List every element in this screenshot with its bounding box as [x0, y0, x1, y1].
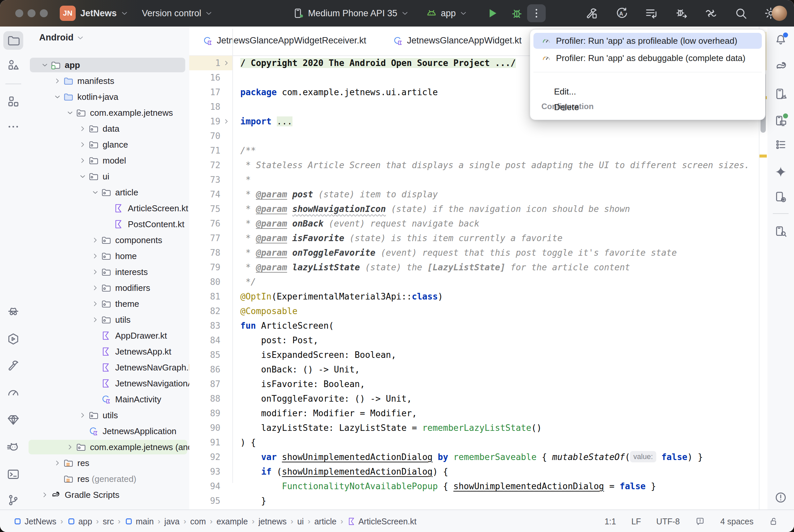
indent-setting[interactable]: 4 spaces — [720, 517, 754, 526]
chevron-right-icon[interactable] — [39, 490, 51, 500]
sync-a-icon[interactable]: A — [615, 7, 628, 20]
chevron-down-icon[interactable] — [52, 92, 63, 102]
chevron-down-icon[interactable] — [64, 108, 76, 118]
chevron-right-icon[interactable] — [77, 140, 88, 150]
run-configs-icon[interactable] — [645, 7, 658, 20]
tree-item-glance[interactable]: glance — [26, 137, 189, 153]
more-run-actions-button[interactable] — [527, 4, 546, 22]
device-selector[interactable]: Medium Phone API 35 — [293, 7, 409, 19]
tree-item-manifests[interactable]: manifests — [26, 73, 189, 89]
more-tool-windows-icon[interactable] — [3, 117, 23, 136]
popup-action-delete[interactable]: Delete — [554, 99, 753, 115]
popup-item-profiler-profileable[interactable]: Profiler: Run 'app' as profileable (low … — [533, 33, 762, 49]
breadcrumb-article[interactable]: article — [314, 517, 337, 526]
version-control-icon[interactable] — [3, 491, 23, 510]
task-list-icon[interactable] — [771, 135, 791, 154]
breadcrumb-ui[interactable]: ui — [297, 517, 303, 526]
chevron-right-icon[interactable] — [90, 299, 101, 309]
tree-item-app[interactable]: app — [26, 57, 189, 73]
breadcrumb-app[interactable]: app — [67, 517, 92, 526]
notifications-icon[interactable] — [771, 31, 791, 49]
tree-item-utils[interactable]: utils — [26, 407, 189, 423]
search-everywhere-icon[interactable] — [734, 7, 747, 20]
tree-item-kotlin-java[interactable]: kotlin+java — [26, 89, 189, 105]
tree-item-ui[interactable]: ui — [26, 169, 189, 185]
chevron-right-icon[interactable] — [64, 442, 76, 452]
services-icon[interactable] — [3, 330, 23, 348]
tree-item-model[interactable]: model — [26, 153, 189, 169]
user-avatar[interactable] — [772, 6, 787, 21]
close-window-icon[interactable] — [15, 9, 23, 17]
tree-item-data[interactable]: data — [26, 121, 189, 137]
notification-bubble-icon[interactable] — [695, 516, 705, 526]
debug-button[interactable] — [510, 6, 524, 20]
structure-icon[interactable] — [3, 92, 23, 111]
editor-tab-jetnewsglanceappwidget.kt[interactable]: JetnewsGlanceAppWidget.kt — [393, 26, 521, 55]
window-controls[interactable] — [15, 9, 52, 17]
chevron-right-icon[interactable] — [90, 251, 101, 261]
breadcrumb-example[interactable]: example — [217, 517, 248, 526]
breadcrumb-java[interactable]: java — [164, 517, 180, 526]
fold-chevron-icon[interactable] — [220, 114, 232, 129]
vcs-widget[interactable]: Version control — [142, 8, 214, 19]
popup-action-edit[interactable]: Edit... — [554, 84, 753, 99]
breadcrumb-main[interactable]: main — [125, 517, 154, 526]
chevron-right-icon[interactable] — [90, 267, 101, 277]
tree-item-res[interactable]: res (generated) — [26, 471, 189, 487]
app-links-assistant-icon[interactable] — [771, 188, 791, 206]
device-manager-icon[interactable] — [771, 84, 791, 103]
chevron-down-icon[interactable] — [77, 171, 88, 182]
tree-item-home[interactable]: home — [26, 248, 189, 264]
breadcrumb-articlescreen.kt[interactable]: ArticleScreen.kt — [347, 517, 417, 526]
tree-item-theme[interactable]: theme — [26, 296, 189, 312]
tree-item-article[interactable]: article — [26, 185, 189, 200]
breadcrumb-jetnews[interactable]: jetnews — [259, 517, 287, 526]
chevron-right-icon[interactable] — [52, 458, 63, 468]
problems-icon[interactable] — [771, 488, 791, 507]
tree-item-mainactivity[interactable]: MainActivity — [26, 392, 189, 407]
run-button[interactable] — [485, 6, 499, 20]
minimize-window-icon[interactable] — [27, 9, 36, 17]
tree-item-components[interactable]: components — [26, 232, 189, 248]
tree-item-modifiers[interactable]: modifiers — [26, 280, 189, 296]
terminal-icon[interactable] — [3, 465, 23, 483]
chevron-right-icon[interactable] — [90, 235, 101, 245]
tree-item-jetnewsnavigationactions-kt[interactable]: JetnewsNavigationActions.kt — [26, 376, 189, 392]
tree-item-res[interactable]: res — [26, 455, 189, 471]
build-hammer-icon[interactable] — [585, 7, 598, 20]
gemini-icon[interactable] — [771, 163, 791, 181]
attach-debugger-icon[interactable] — [675, 7, 688, 20]
tree-item-articlescreen-kt[interactable]: ArticleScreen.kt — [26, 200, 189, 216]
run-config-selector[interactable]: app — [426, 7, 468, 19]
popup-item-profiler-debuggable[interactable]: Profiler: Run 'app' as debuggable (compl… — [533, 50, 762, 66]
tree-item-jetnewsapplication[interactable]: JetnewsApplication — [26, 423, 189, 439]
caret-position[interactable]: 1:1 — [605, 517, 616, 526]
device-streaming-icon[interactable] — [704, 7, 718, 20]
tree-item-postcontent-kt[interactable]: PostContent.kt — [26, 216, 189, 232]
chevron-right-icon[interactable] — [77, 410, 88, 420]
chevron-down-icon[interactable] — [39, 60, 51, 70]
tree-item-interests[interactable]: interests — [26, 264, 189, 280]
running-devices-icon[interactable] — [771, 111, 791, 130]
resource-manager-icon[interactable] — [3, 56, 23, 74]
tree-item-jetnewsapp-kt[interactable]: JetnewsApp.kt — [26, 344, 189, 360]
app-quality-insights-icon[interactable] — [3, 411, 23, 429]
device-explorer-icon[interactable] — [771, 222, 791, 241]
breadcrumb-src[interactable]: src — [103, 517, 114, 526]
breadcrumb-com[interactable]: com — [190, 517, 206, 526]
logcat-icon[interactable] — [3, 438, 23, 456]
chevron-right-icon[interactable] — [77, 155, 88, 166]
project-view-selector[interactable]: Android — [39, 33, 85, 43]
tree-item-com-example-jetnews-androidtest-[interactable]: com.example.jetnews (androidTest) — [26, 439, 189, 455]
breadcrumb-jetnews[interactable]: JetNews — [13, 517, 56, 526]
chevron-right-icon[interactable] — [77, 124, 88, 134]
tree-item-gradle-scripts[interactable]: Gradle Scripts — [26, 487, 189, 503]
chevron-down-icon[interactable] — [90, 187, 101, 197]
lock-open-icon[interactable] — [769, 516, 779, 526]
tree-item-com-example-jetnews[interactable]: com.example.jetnews — [26, 105, 189, 121]
file-encoding[interactable]: UTF-8 — [656, 517, 680, 526]
editor-tab-jetnewsglanceappwidgetreceiver.kt[interactable]: JetnewsGlanceAppWidgetReceiver.kt — [202, 26, 366, 55]
project-tool-icon[interactable] — [3, 31, 23, 50]
app-inspection-icon[interactable] — [3, 302, 23, 320]
line-ending[interactable]: LF — [631, 517, 641, 526]
